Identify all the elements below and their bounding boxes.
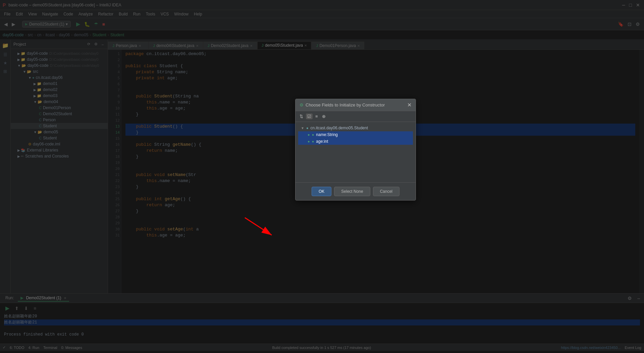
modal-footer: OK Select None Cancel bbox=[296, 182, 416, 200]
modal-field-name[interactable]: ● ● name:String bbox=[298, 131, 413, 138]
select-none-button[interactable]: Select None bbox=[334, 187, 370, 196]
modal-close-button[interactable]: ✕ bbox=[407, 102, 412, 108]
collapse-icon: ▼ bbox=[301, 126, 304, 130]
field-icon: ● bbox=[312, 133, 314, 137]
modal-overlay: ⚙ Choose Fields to Initialize by Constru… bbox=[0, 0, 644, 353]
modal-class-item[interactable]: ▼ ● cn.itcast.day06.demo05.Student bbox=[298, 125, 413, 131]
select-all-icon[interactable]: ☑ bbox=[306, 114, 313, 119]
ok-button[interactable]: OK bbox=[312, 187, 331, 196]
modal-toolbar: ⇅ ☑ ≡ ⊕ bbox=[296, 111, 416, 122]
class-icon: ● bbox=[306, 126, 309, 130]
modal-title-bar: ⚙ Choose Fields to Initialize by Constru… bbox=[296, 99, 416, 111]
cancel-button[interactable]: Cancel bbox=[373, 187, 399, 196]
modal-field-age[interactable]: ● ● age:int bbox=[298, 138, 413, 145]
align-center-icon[interactable]: ⊕ bbox=[321, 113, 327, 120]
field-icon: ● bbox=[312, 139, 314, 143]
field-label: name:String bbox=[316, 132, 338, 137]
choose-fields-modal: ⚙ Choose Fields to Initialize by Constru… bbox=[295, 99, 416, 201]
modal-title-content: ⚙ Choose Fields to Initialize by Constru… bbox=[300, 102, 385, 107]
modal-title: Choose Fields to Initialize by Construct… bbox=[306, 102, 385, 107]
field-label: age:int bbox=[316, 139, 328, 144]
class-label: cn.itcast.day06.demo05.Student bbox=[311, 126, 368, 130]
align-left-icon[interactable]: ≡ bbox=[314, 113, 319, 120]
modal-icon: ⚙ bbox=[300, 102, 304, 107]
field-checkbox: ● bbox=[308, 133, 310, 137]
sort-icon[interactable]: ⇅ bbox=[298, 113, 305, 120]
modal-content: ▼ ● cn.itcast.day06.demo05.Student ● ● n… bbox=[296, 122, 416, 182]
field-checkbox: ● bbox=[308, 139, 310, 143]
